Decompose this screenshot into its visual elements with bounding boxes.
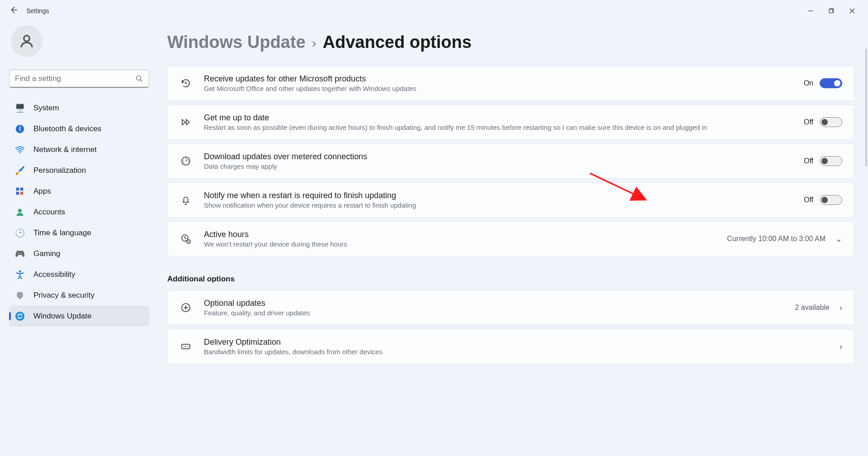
bell-icon [179,195,192,205]
sidebar-item-system[interactable]: 🖥️System [9,98,149,119]
back-button[interactable] [5,6,22,16]
setting-active-hours[interactable]: Active hours We won't restart your devic… [167,221,854,256]
fast-forward-icon [179,117,192,128]
svg-rect-6 [16,188,19,191]
setting-subtitle: Data charges may apply [204,162,792,170]
sidebar-item-bluetooth[interactable]: Bluetooth & devices [9,119,149,139]
update-icon [14,311,25,322]
sidebar-item-time-language[interactable]: 🕑Time & language [9,223,149,243]
minimize-button[interactable] [800,4,821,18]
svg-rect-8 [16,192,19,195]
sidebar-item-personalization[interactable]: 🖌️Personalization [9,160,149,181]
sidebar-item-accessibility[interactable]: Accessibility [9,264,149,285]
search-input[interactable] [9,70,149,88]
search-field[interactable] [15,74,135,83]
svg-rect-7 [20,188,24,191]
sidebar-item-gaming[interactable]: 🎮Gaming [9,243,149,264]
sidebar: 🖥️System Bluetooth & devices Network & i… [0,22,158,456]
setting-receive-other-products[interactable]: Receive updates for other Microsoft prod… [167,66,854,101]
scrollbar[interactable] [865,49,867,166]
svg-point-5 [19,152,21,153]
svg-point-2 [24,36,30,42]
toggle-state-label: Off [804,157,813,165]
setting-subtitle: Feature, quality, and driver updates [204,309,783,317]
page-title: Advanced options [323,33,472,52]
chevron-down-icon: ⌄ [835,234,842,244]
svg-point-12 [15,312,24,321]
setting-title: Active hours [204,230,715,239]
svg-rect-9 [20,192,24,195]
wifi-icon [14,144,25,155]
setting-get-me-up-to-date[interactable]: Get me up to date Restart as soon as pos… [167,104,854,140]
breadcrumb: Windows Update › Advanced options [167,33,854,52]
history-icon [179,78,192,89]
sidebar-item-label: System [33,104,59,113]
user-avatar[interactable] [11,25,42,57]
sidebar-item-label: Time & language [33,228,91,238]
app-title: Settings [26,7,49,14]
clock-globe-icon: 🕑 [14,228,25,238]
titlebar: Settings [0,0,868,22]
gamepad-icon: 🎮 [14,248,25,259]
sidebar-item-accounts[interactable]: Accounts [9,202,149,223]
setting-subtitle: Restart as soon as possible (even during… [204,124,792,131]
search-icon [135,75,143,83]
plus-circle-icon [179,302,192,313]
meter-icon [179,156,192,166]
svg-point-10 [18,209,22,213]
toggle-state-label: On [804,79,813,87]
chevron-right-icon: › [840,303,842,313]
setting-title: Optional updates [204,299,783,308]
setting-title: Get me up to date [204,113,792,123]
apps-icon [14,186,25,197]
sidebar-item-label: Personalization [33,166,86,175]
bandwidth-icon [179,341,192,352]
setting-subtitle: We won't restart your device during thes… [204,240,715,248]
svg-rect-1 [829,10,833,13]
close-button[interactable] [842,4,863,18]
sidebar-item-label: Apps [33,187,51,196]
setting-subtitle: Show notification when your device requi… [204,201,792,209]
sidebar-item-label: Gaming [33,249,61,258]
additional-options-heading: Additional options [167,275,854,284]
system-icon: 🖥️ [14,103,25,114]
brush-icon: 🖌️ [14,165,25,176]
setting-subtitle: Get Microsoft Office and other updates t… [204,85,792,92]
chevron-right-icon: › [840,342,842,352]
active-hours-value: Currently 10:00 AM to 3:00 AM [727,235,826,243]
shield-icon [14,290,25,301]
sidebar-item-label: Accounts [33,208,65,217]
accessibility-icon [14,269,25,280]
svg-point-11 [19,270,21,272]
setting-delivery-optimization[interactable]: Delivery Optimization Bandwidth limits f… [167,329,854,364]
sidebar-item-apps[interactable]: Apps [9,181,149,202]
breadcrumb-parent[interactable]: Windows Update [167,33,306,52]
toggle-state-label: Off [804,118,813,126]
sidebar-item-label: Accessibility [33,270,75,279]
sidebar-item-label: Privacy & security [33,291,94,300]
toggle-metered[interactable] [820,156,842,166]
sidebar-item-label: Network & internet [33,145,97,154]
setting-subtitle: Bandwidth limits for updates, downloads … [204,348,824,356]
sidebar-item-windows-update[interactable]: Windows Update [9,306,149,327]
setting-title: Download updates over metered connection… [204,152,792,162]
sidebar-item-label: Windows Update [33,312,92,321]
toggle-up-to-date[interactable] [820,117,842,127]
bluetooth-icon [14,124,25,134]
setting-notify-restart[interactable]: Notify me when a restart is required to … [167,182,854,218]
svg-point-3 [137,76,141,80]
toggle-receive-other[interactable] [820,78,842,88]
sidebar-item-privacy[interactable]: Privacy & security [9,285,149,306]
setting-title: Receive updates for other Microsoft prod… [204,74,792,84]
toggle-notify-restart[interactable] [820,195,842,205]
sidebar-item-label: Bluetooth & devices [33,124,101,133]
setting-metered-connections[interactable]: Download updates over metered connection… [167,143,854,179]
setting-optional-updates[interactable]: Optional updates Feature, quality, and d… [167,290,854,325]
setting-title: Delivery Optimization [204,337,824,347]
sidebar-item-network[interactable]: Network & internet [9,139,149,160]
clock-gear-icon [179,233,192,244]
maximize-button[interactable] [821,4,842,18]
optional-updates-count: 2 available [795,304,830,312]
person-icon [14,207,25,218]
toggle-state-label: Off [804,196,813,204]
